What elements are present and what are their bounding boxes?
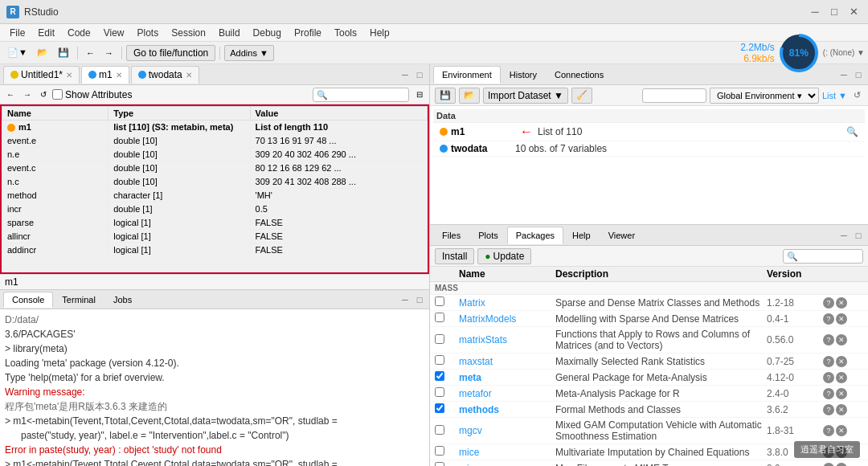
data-row[interactable]: sparselogical [1]FALSE	[2, 216, 428, 230]
close-button[interactable]: ✕	[845, 4, 862, 20]
data-grid-wrapper[interactable]: Name Type Value m1list [110] (S3: metabi…	[2, 106, 428, 272]
pkg-checkbox-input[interactable]	[435, 371, 444, 381]
data-row[interactable]: n.edouble [10]309 20 40 302 406 290 ...	[2, 148, 428, 161]
tab-close-untitled[interactable]: ✕	[66, 71, 72, 80]
data-row[interactable]: n.cdouble [10]309 20 41 302 408 288 ...	[2, 175, 428, 189]
menu-edit[interactable]: Edit	[31, 26, 61, 40]
pkg-checkbox-cell[interactable]	[435, 355, 459, 367]
pkg-list-item[interactable]: MatrixModelsModelling with Sparse And De…	[430, 311, 868, 327]
data-row[interactable]: addincrlogical [1]FALSE	[2, 243, 428, 257]
pkg-checkbox-cell[interactable]	[435, 387, 459, 399]
pkg-checkbox-input[interactable]	[435, 462, 444, 466]
pkg-checkbox-input[interactable]	[435, 296, 444, 306]
env-minimize-button[interactable]: ─	[837, 68, 850, 81]
pkg-checkbox-input[interactable]	[435, 355, 444, 365]
pkg-name-cell[interactable]: Matrix	[459, 297, 555, 309]
pkg-help-button[interactable]: ?	[823, 425, 834, 436]
menu-file[interactable]: File	[3, 26, 31, 40]
pkg-tab-files[interactable]: Files	[433, 227, 469, 244]
pkg-delete-button[interactable]: ✕	[836, 334, 847, 345]
pkg-help-button[interactable]: ?	[823, 297, 834, 309]
pkg-checkbox-input[interactable]	[435, 334, 444, 344]
window-controls[interactable]: ─ □ ✕	[807, 4, 862, 20]
env-search-input[interactable]	[642, 88, 706, 103]
update-button[interactable]: ● Update	[477, 248, 531, 264]
import-dataset-button[interactable]: Import Dataset ▼	[483, 88, 568, 104]
pkg-tab-viewer[interactable]: Viewer	[600, 227, 644, 244]
go-to-file-button[interactable]: Go to file/function	[126, 45, 215, 61]
open-file-button[interactable]: 📂	[33, 44, 52, 62]
pkg-help-button[interactable]: ?	[823, 463, 834, 467]
pkg-checkbox-cell[interactable]	[435, 403, 459, 415]
pkg-name-cell[interactable]: meta	[459, 372, 555, 383]
show-attributes-checkbox[interactable]: Show Attributes	[52, 89, 132, 100]
forward-button[interactable]: →	[100, 44, 117, 62]
menu-profile[interactable]: Profile	[288, 26, 328, 40]
pkg-checkbox-input[interactable]	[435, 446, 444, 456]
pkg-delete-button[interactable]: ✕	[836, 356, 847, 367]
pkg-list-item[interactable]: metaGeneral Package for Meta-Analysis4.1…	[430, 370, 868, 386]
pkg-delete-button[interactable]: ✕	[836, 404, 847, 415]
pkg-help-button[interactable]: ?	[823, 334, 834, 345]
data-refresh-button[interactable]: ↺	[37, 88, 50, 102]
show-attributes-input[interactable]	[52, 89, 63, 100]
tab-twodata[interactable]: twodata ✕	[131, 66, 199, 84]
pkg-checkbox-input[interactable]	[435, 387, 444, 397]
pkg-tab-packages[interactable]: Packages	[507, 227, 563, 244]
menu-plots[interactable]: Plots	[131, 26, 166, 40]
pkg-delete-button[interactable]: ✕	[836, 463, 847, 467]
data-filter-button[interactable]: ⊟	[413, 88, 426, 102]
back-button[interactable]: ←	[82, 44, 99, 62]
console-minimize-button[interactable]: ─	[399, 293, 411, 306]
data-forward-button[interactable]: →	[20, 88, 35, 102]
pkg-delete-button[interactable]: ✕	[836, 297, 847, 309]
pkg-name-cell[interactable]: metafor	[459, 388, 555, 399]
data-row[interactable]: event.cdouble [10]80 12 16 68 129 62 ...	[2, 161, 428, 175]
minimize-button[interactable]: ─	[807, 4, 823, 20]
pkg-list-item[interactable]: maxstatMaximally Selected Rank Statistic…	[430, 354, 868, 370]
pkg-checkbox-cell[interactable]	[435, 425, 459, 437]
editor-minimize-button[interactable]: ─	[399, 68, 411, 81]
env-row-m1[interactable]: m1 ← List of 110 🔍	[433, 123, 865, 141]
console-tab-jobs[interactable]: Jobs	[104, 292, 141, 308]
env-tab-history[interactable]: History	[501, 66, 546, 84]
pkg-tab-help[interactable]: Help	[563, 227, 600, 244]
pkg-search-input[interactable]	[783, 249, 863, 264]
console-maximize-button[interactable]: □	[413, 293, 426, 306]
pkg-checkbox-cell[interactable]	[435, 371, 459, 383]
pkg-checkbox-cell[interactable]	[435, 462, 459, 466]
menu-tools[interactable]: Tools	[328, 26, 363, 40]
pkg-name-cell[interactable]: mgcv	[459, 425, 555, 436]
load-env-button[interactable]: 📂	[459, 88, 480, 104]
addins-button[interactable]: Addins ▼	[224, 45, 274, 61]
data-row[interactable]: methodcharacter [1]'MH'	[2, 189, 428, 202]
pkg-checkbox-cell[interactable]	[435, 446, 459, 458]
pkg-checkbox-cell[interactable]	[435, 296, 459, 309]
pkg-delete-button[interactable]: ✕	[836, 313, 847, 325]
data-row[interactable]: incrdouble [1]0.5	[2, 202, 428, 216]
pkg-name-cell[interactable]: MatrixModels	[459, 313, 555, 325]
env-scope-select[interactable]: Global Environment ▾	[710, 88, 819, 104]
env-list-button[interactable]: List ▼	[822, 91, 847, 100]
install-button[interactable]: Install	[435, 248, 474, 264]
data-search-input[interactable]	[313, 88, 409, 102]
pkg-checkbox-input[interactable]	[435, 425, 444, 435]
pkg-maximize-button[interactable]: □	[852, 229, 865, 242]
tab-untitled[interactable]: Untitled1* ✕	[3, 66, 80, 84]
maximize-button[interactable]: □	[826, 4, 842, 20]
pkg-name-cell[interactable]: methods	[459, 404, 555, 415]
data-row[interactable]: m1list [110] (S3: metabin, meta)List of …	[2, 121, 428, 134]
pkg-checkbox-input[interactable]	[435, 403, 444, 413]
env-tab-connections[interactable]: Connections	[546, 66, 612, 84]
env-maximize-button[interactable]: □	[852, 68, 865, 81]
pkg-help-button[interactable]: ?	[823, 313, 834, 325]
console-tab-terminal[interactable]: Terminal	[53, 292, 104, 308]
pkg-name-cell[interactable]: mime	[459, 463, 555, 467]
new-file-button[interactable]: 📄▼	[3, 44, 31, 62]
pkg-list-item[interactable]: MatrixSparse and Dense Matrix Classes an…	[430, 295, 868, 311]
pkg-delete-button[interactable]: ✕	[836, 372, 847, 383]
menu-help[interactable]: Help	[363, 26, 396, 40]
menu-session[interactable]: Session	[165, 26, 212, 40]
save-button[interactable]: 💾	[54, 44, 73, 62]
editor-maximize-button[interactable]: □	[413, 68, 426, 81]
